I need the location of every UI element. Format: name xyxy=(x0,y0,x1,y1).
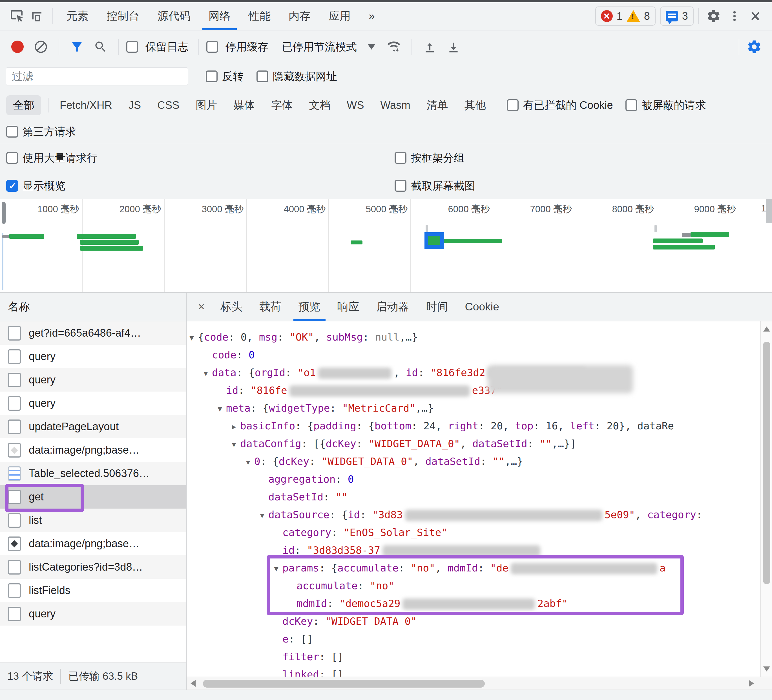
network-overview-timeline[interactable]: 1000 毫秒2000 毫秒3000 毫秒4000 毫秒5000 毫秒6000 … xyxy=(0,199,772,293)
detail-tab-启动器[interactable]: 启动器 xyxy=(368,293,418,321)
filter-chip-Wasm[interactable]: Wasm xyxy=(375,96,415,114)
tab-»[interactable]: » xyxy=(360,2,384,30)
invert-checkbox[interactable] xyxy=(206,70,218,82)
expanded-arrow-icon[interactable]: ▼ xyxy=(256,507,268,524)
request-row-query[interactable]: query xyxy=(0,602,186,626)
filter-chip-清单[interactable]: 清单 xyxy=(422,95,453,115)
blocked-cookies-checkbox[interactable] xyxy=(507,99,518,111)
export-har-icon[interactable] xyxy=(443,35,464,59)
hide-data-urls-label[interactable]: 隐藏数据网址 xyxy=(273,69,337,84)
gear-icon[interactable] xyxy=(703,4,724,28)
request-row-query[interactable]: query xyxy=(0,392,186,415)
preserve-log-checkbox[interactable] xyxy=(126,41,138,53)
filter-chip-CSS[interactable]: CSS xyxy=(152,96,184,114)
request-row-listCategories-id-3d8-[interactable]: listCategories?id=3d8… xyxy=(0,555,186,579)
tab-网络[interactable]: 网络 xyxy=(200,2,240,30)
device-toolbar-icon[interactable] xyxy=(27,4,48,28)
kebab-menu-icon[interactable] xyxy=(724,4,745,28)
big-request-rows-label[interactable]: 使用大量请求行 xyxy=(23,151,98,165)
hide-data-urls-checkbox[interactable] xyxy=(257,70,268,82)
filter-chip-Fetch/XHR[interactable]: Fetch/XHR xyxy=(55,96,117,114)
filter-chip-图片[interactable]: 图片 xyxy=(191,95,222,115)
filter-chip-其他[interactable]: 其他 xyxy=(460,95,491,115)
filter-chip-文档[interactable]: 文档 xyxy=(304,95,335,115)
filter-chip-WS[interactable]: WS xyxy=(342,96,369,114)
blocked-requests-label[interactable]: 被屏蔽的请求 xyxy=(642,98,706,113)
record-icon[interactable] xyxy=(11,41,24,53)
request-row-Table-selected-506376-[interactable]: Table_selected.506376… xyxy=(0,462,186,485)
import-har-icon[interactable] xyxy=(419,35,440,59)
search-icon[interactable] xyxy=(90,35,111,59)
horizontal-scrollbar[interactable] xyxy=(186,677,772,690)
expanded-arrow-icon[interactable]: ▼ xyxy=(242,453,254,471)
tab-性能[interactable]: 性能 xyxy=(240,2,280,30)
expanded-arrow-icon[interactable]: ▼ xyxy=(228,435,240,453)
group-by-frame-checkbox[interactable] xyxy=(394,152,406,164)
filter-chip-字体[interactable]: 字体 xyxy=(266,95,298,115)
messages-badge[interactable]: 3 xyxy=(660,7,693,26)
filter-chip-JS[interactable]: JS xyxy=(123,96,146,114)
request-row-get[interactable]: get xyxy=(0,485,186,509)
filter-chip-全部[interactable]: 全部 xyxy=(6,95,41,115)
close-icon[interactable] xyxy=(745,4,766,28)
request-row-listFields[interactable]: listFields xyxy=(0,579,186,602)
filter-input[interactable] xyxy=(6,67,188,85)
request-row-updatePageLayout[interactable]: updatePageLayout xyxy=(0,415,186,438)
settings-icon[interactable] xyxy=(744,35,765,59)
detail-tab-时间[interactable]: 时间 xyxy=(418,293,456,321)
tab-元素[interactable]: 元素 xyxy=(57,2,98,30)
detail-tab-预览[interactable]: 预览 xyxy=(290,293,329,321)
disable-cache-checkbox[interactable] xyxy=(206,41,218,53)
preserve-log-label[interactable]: 保留日志 xyxy=(146,40,188,54)
throttling-select[interactable]: 已停用节流模式 xyxy=(282,40,357,54)
expanded-arrow-icon[interactable]: ▼ xyxy=(214,400,226,418)
disable-cache-label[interactable]: 停用缓存 xyxy=(226,40,268,54)
group-by-frame-label[interactable]: 按框架分组 xyxy=(411,151,465,165)
name-column-header[interactable]: 名称 xyxy=(8,299,30,314)
tab-控制台[interactable]: 控制台 xyxy=(98,2,149,30)
expanded-arrow-icon[interactable]: ▼ xyxy=(186,329,198,347)
blocked-requests-checkbox[interactable] xyxy=(625,99,637,111)
detail-tab-Cookie[interactable]: Cookie xyxy=(456,293,508,321)
show-overview-checkbox[interactable] xyxy=(6,180,18,192)
third-party-checkbox[interactable] xyxy=(6,126,18,137)
scroll-left-icon[interactable] xyxy=(191,680,196,687)
scroll-right-icon[interactable] xyxy=(749,680,754,687)
collapsed-arrow-icon[interactable]: ▶ xyxy=(228,418,240,435)
request-row-data-image-png-base-[interactable]: data:image/png;base… xyxy=(0,532,186,555)
tab-源代码[interactable]: 源代码 xyxy=(149,2,200,30)
inspect-element-icon[interactable] xyxy=(6,4,27,28)
third-party-label[interactable]: 第三方请求 xyxy=(23,124,76,139)
vertical-scrollbar[interactable] xyxy=(760,321,772,677)
request-row-get-id-665a6486-af4-[interactable]: get?id=665a6486-af4… xyxy=(0,321,186,345)
close-detail-icon[interactable]: × xyxy=(191,300,212,314)
show-overview-label[interactable]: 显示概览 xyxy=(23,179,65,193)
chevron-down-icon[interactable] xyxy=(368,44,375,50)
scroll-down-icon[interactable] xyxy=(763,666,770,672)
request-row-data-image-png-base-[interactable]: data:image/png;base… xyxy=(0,438,186,462)
request-list-header[interactable]: 名称 xyxy=(0,293,186,321)
preview-json-tree[interactable]: ▼{code: 0, msg: "OK", subMsg: null,…}cod… xyxy=(186,321,772,677)
tab-应用[interactable]: 应用 xyxy=(320,2,360,30)
horizontal-scroll-thumb[interactable] xyxy=(203,680,485,688)
big-request-rows-checkbox[interactable] xyxy=(6,152,18,164)
detail-tab-载荷[interactable]: 载荷 xyxy=(251,293,290,321)
request-row-query[interactable]: query xyxy=(0,368,186,392)
blocked-cookies-label[interactable]: 有已拦截的 Cookie xyxy=(523,98,613,113)
scroll-up-icon[interactable] xyxy=(763,327,770,332)
filter-icon[interactable] xyxy=(67,35,87,59)
clear-icon[interactable] xyxy=(30,35,51,59)
network-conditions-icon[interactable] xyxy=(383,35,404,59)
issues-badge[interactable]: ✕ 1 8 xyxy=(595,7,656,26)
invert-label[interactable]: 反转 xyxy=(222,69,244,84)
expanded-arrow-icon[interactable]: ▼ xyxy=(200,365,212,382)
filter-chip-媒体[interactable]: 媒体 xyxy=(228,95,260,115)
request-row-query[interactable]: query xyxy=(0,345,186,368)
vertical-scroll-thumb[interactable] xyxy=(763,342,770,584)
capture-screenshots-label[interactable]: 截取屏幕截图 xyxy=(411,179,475,193)
expanded-arrow-icon[interactable]: ▼ xyxy=(270,560,283,577)
tab-内存[interactable]: 内存 xyxy=(280,2,320,30)
request-row-list[interactable]: list xyxy=(0,509,186,532)
detail-tab-响应[interactable]: 响应 xyxy=(329,293,368,321)
capture-screenshots-checkbox[interactable] xyxy=(394,180,406,192)
